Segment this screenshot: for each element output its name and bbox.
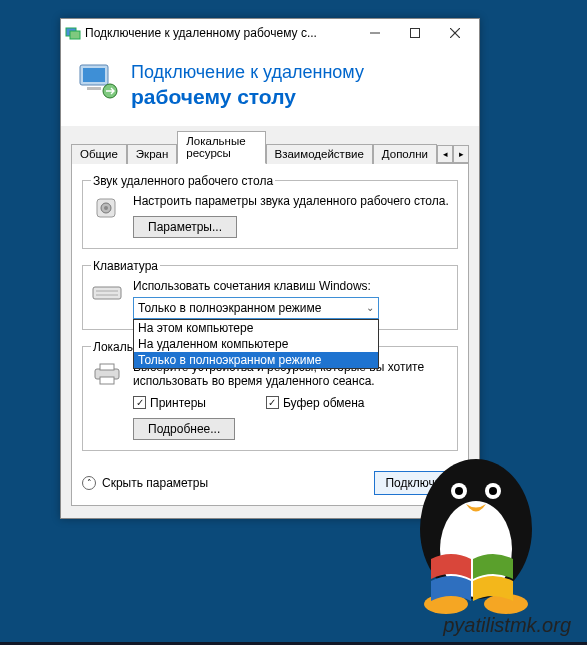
svg-point-24 (489, 487, 497, 495)
svg-rect-13 (93, 287, 121, 299)
close-button[interactable] (435, 19, 475, 47)
connect-button[interactable]: Подключит (374, 471, 458, 495)
clipboard-checkbox[interactable]: ✓ Буфер обмена (266, 396, 365, 410)
svg-rect-7 (83, 68, 105, 82)
app-icon (65, 25, 81, 41)
svg-point-12 (104, 206, 108, 210)
tab-scroll-left[interactable]: ◂ (437, 145, 453, 163)
tab-local-resources[interactable]: Локальные ресурсы (177, 131, 265, 164)
audio-group: Звук удаленного рабочего стола Настроить… (82, 174, 458, 249)
keyboard-combo-value: Только в полноэкранном режиме (138, 301, 321, 315)
printers-checkbox[interactable]: ✓ Принтеры (133, 396, 206, 410)
keyboard-icon (91, 279, 123, 307)
keyboard-legend: Клавиатура (91, 259, 160, 273)
tabstrip: Общие Экран Локальные ресурсы Взаимодейс… (71, 130, 469, 164)
maximize-button[interactable] (395, 19, 435, 47)
clipboard-label: Буфер обмена (283, 396, 365, 410)
checkbox-checked-icon: ✓ (133, 396, 146, 409)
heading-line2: рабочему столу (131, 84, 364, 110)
keyboard-group: Клавиатура Использовать сочетания клавиш… (82, 259, 458, 330)
keyboard-combo[interactable]: Только в полноэкранном режиме ⌄ (133, 297, 379, 319)
svg-point-23 (485, 483, 501, 499)
svg-point-25 (424, 594, 468, 614)
keyboard-option-1[interactable]: На удаленном компьютере (134, 336, 378, 352)
keyboard-option-0[interactable]: На этом компьютере (134, 320, 378, 336)
watermark-text: pyatilistmk.org (443, 614, 571, 637)
audio-desc: Настроить параметры звука удаленного раб… (133, 194, 449, 208)
collapse-arrow-icon: ˄ (82, 476, 96, 490)
dialog-header: Подключение к удаленному рабочему столу (61, 47, 479, 126)
hide-options-label: Скрыть параметры (102, 476, 208, 490)
tab-panel-local-resources: Звук удаленного рабочего стола Настроить… (71, 164, 469, 506)
tab-advanced[interactable]: Дополни (373, 144, 437, 164)
hide-options-toggle[interactable]: ˄ Скрыть параметры (82, 476, 208, 490)
checkbox-checked-icon: ✓ (266, 396, 279, 409)
audio-settings-button[interactable]: Параметры... (133, 216, 237, 238)
tab-display[interactable]: Экран (127, 144, 177, 164)
svg-rect-18 (100, 377, 114, 384)
rdc-hero-icon (77, 61, 119, 103)
svg-rect-1 (70, 31, 80, 39)
tab-general[interactable]: Общие (71, 144, 127, 164)
svg-rect-17 (100, 364, 114, 370)
speaker-icon (91, 194, 123, 222)
window-title: Подключение к удаленному рабочему с... (81, 26, 355, 40)
rdc-window: Подключение к удаленному рабочему с... П… (60, 18, 480, 519)
svg-rect-3 (411, 29, 420, 38)
printer-icon (91, 360, 123, 388)
titlebar: Подключение к удаленному рабочему с... (61, 19, 479, 47)
dialog-body: Общие Экран Локальные ресурсы Взаимодейс… (61, 126, 479, 518)
keyboard-dropdown: На этом компьютере На удаленном компьюте… (133, 319, 379, 369)
keyboard-desc: Использовать сочетания клавиш Windows: (133, 279, 449, 293)
tab-scroll: ◂ ▸ (437, 145, 469, 163)
dialog-heading: Подключение к удаленному рабочему столу (131, 61, 364, 110)
printers-label: Принтеры (150, 396, 206, 410)
minimize-button[interactable] (355, 19, 395, 47)
keyboard-option-2[interactable]: Только в полноэкранном режиме (134, 352, 378, 368)
dialog-footer: ˄ Скрыть параметры Подключит (82, 461, 458, 495)
heading-line1: Подключение к удаленному (131, 61, 364, 84)
more-devices-button[interactable]: Подробнее... (133, 418, 235, 440)
tab-experience[interactable]: Взаимодействие (266, 144, 373, 164)
svg-rect-8 (87, 87, 101, 90)
svg-point-26 (484, 594, 528, 614)
chevron-down-icon: ⌄ (366, 302, 374, 313)
tab-scroll-right[interactable]: ▸ (453, 145, 469, 163)
audio-legend: Звук удаленного рабочего стола (91, 174, 275, 188)
